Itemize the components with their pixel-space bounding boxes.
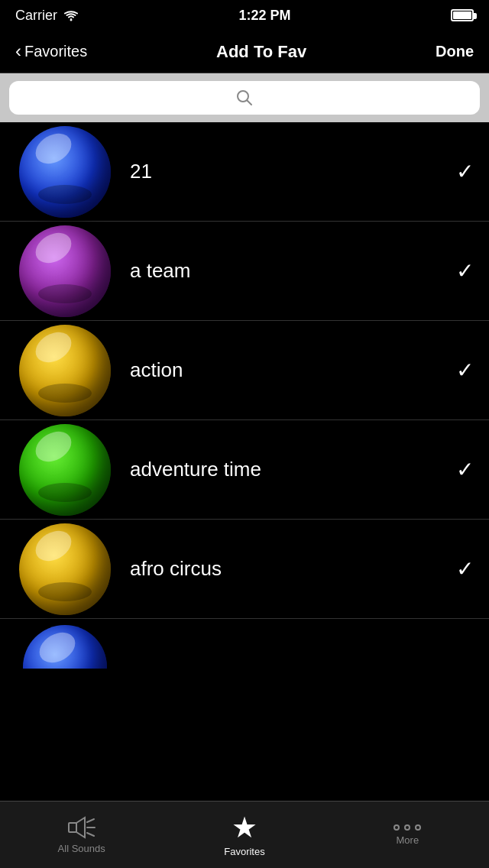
item-check-icon: ✓ xyxy=(456,457,474,482)
status-time: 1:22 PM xyxy=(238,8,290,24)
list-container: 21 ✓ a team ✓ action ✓ adventure time ✓ … xyxy=(0,122,489,669)
more-dot-3 xyxy=(415,824,421,831)
star-icon: ★ xyxy=(232,813,257,842)
ball-container xyxy=(0,420,130,520)
item-check-icon: ✓ xyxy=(456,159,474,184)
ball-container xyxy=(0,122,130,222)
item-label: action xyxy=(130,358,456,382)
nav-title: Add To Fav xyxy=(216,42,306,62)
tab-all-sounds[interactable]: All Sounds xyxy=(0,802,163,868)
battery-icon xyxy=(451,9,474,21)
svg-point-0 xyxy=(70,18,73,21)
search-icon xyxy=(236,89,253,106)
item-check-icon: ✓ xyxy=(456,358,474,383)
svg-line-5 xyxy=(87,819,94,822)
search-bar[interactable] xyxy=(9,81,480,115)
item-label: 21 xyxy=(130,160,456,183)
item-label: adventure time xyxy=(130,458,456,481)
ball-container xyxy=(0,321,130,420)
ball-container xyxy=(0,222,130,321)
status-left: Carrier xyxy=(15,8,79,24)
ball-icon xyxy=(19,424,111,516)
more-icon xyxy=(393,824,421,831)
list-item[interactable]: action ✓ xyxy=(0,321,489,420)
wifi-icon xyxy=(63,10,79,21)
list-item[interactable] xyxy=(0,619,489,669)
tab-all-sounds-label: All Sounds xyxy=(58,843,105,854)
tab-favorites[interactable]: ★ Favorites xyxy=(163,802,325,868)
item-check-icon: ✓ xyxy=(456,258,474,283)
ball-container xyxy=(0,619,130,669)
back-button[interactable]: ‹ Favorites xyxy=(15,42,87,62)
tab-more-label: More xyxy=(397,834,419,846)
ball-icon xyxy=(19,225,111,317)
svg-line-7 xyxy=(87,833,94,836)
more-dot-1 xyxy=(393,824,400,831)
more-dot-2 xyxy=(404,824,410,831)
item-label: afro circus xyxy=(130,557,456,581)
svg-marker-4 xyxy=(76,818,85,837)
item-check-icon: ✓ xyxy=(456,556,474,581)
svg-line-2 xyxy=(248,101,252,105)
tab-more[interactable]: More xyxy=(326,802,489,868)
list-item[interactable]: a team ✓ xyxy=(0,222,489,321)
ball-icon xyxy=(19,325,111,416)
nav-bar: ‹ Favorites Add To Fav Done xyxy=(0,31,489,73)
list-item[interactable]: 21 ✓ xyxy=(0,122,489,222)
status-bar: Carrier 1:22 PM xyxy=(0,0,489,31)
ball-icon xyxy=(19,126,111,218)
tab-bar: All Sounds ★ Favorites More xyxy=(0,801,489,868)
ball-icon xyxy=(23,625,107,669)
back-chevron-icon: ‹ xyxy=(15,40,21,62)
done-button[interactable]: Done xyxy=(436,43,474,60)
tab-favorites-label: Favorites xyxy=(224,846,264,857)
list-item[interactable]: afro circus ✓ xyxy=(0,520,489,619)
item-label: a team xyxy=(130,259,456,283)
list-item[interactable]: adventure time ✓ xyxy=(0,420,489,520)
status-right xyxy=(451,9,474,21)
search-bar-container xyxy=(0,73,489,122)
back-label: Favorites xyxy=(24,43,87,60)
ball-container xyxy=(0,520,130,619)
ball-icon xyxy=(19,523,111,615)
svg-rect-3 xyxy=(69,823,76,832)
speaker-icon xyxy=(68,816,96,839)
carrier-label: Carrier xyxy=(15,8,57,24)
